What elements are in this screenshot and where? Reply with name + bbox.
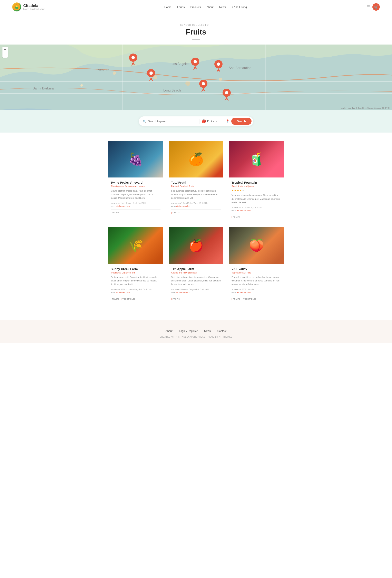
zoom-in-button[interactable]: +: [2, 47, 8, 52]
listing-address-4: Address 1656 Hidden Valley Rd, CA 91381: [111, 289, 161, 291]
category-clear-button[interactable]: ×: [215, 120, 218, 123]
listing-stars-3: ★ ★ ★ ★ ★: [231, 189, 281, 192]
nav-farms[interactable]: Farms: [177, 5, 185, 8]
listing-web-3: Web ait-themes.club: [231, 210, 281, 212]
tag-fruits-2: FRUITS: [171, 212, 180, 214]
svg-text:Santa Barbara: Santa Barbara: [33, 87, 54, 90]
star-4: ★: [239, 189, 242, 192]
logo-text: Citadela Farms Directory Layout: [23, 4, 44, 10]
search-section: 🔍 🎒 Fruits × 📍 Search: [0, 110, 392, 133]
svg-text:Long Beach: Long Beach: [163, 89, 181, 92]
footer-link-contact[interactable]: Contact: [217, 330, 226, 333]
svg-point-1: [16, 5, 18, 7]
svg-point-25: [217, 62, 220, 66]
footer-credit: Created with Citadela WordPress Theme by…: [4, 336, 388, 338]
listing-tags-3: FRUITS: [231, 214, 281, 218]
listing-image-5: 🍎: [169, 227, 223, 264]
star-1: ★: [231, 189, 234, 192]
listing-tags-6: FRUITS VEGETABLES: [231, 296, 281, 300]
svg-point-27: [202, 82, 205, 85]
listing-body-6: V&F Valley Vegetables & Fruits Phasellus…: [229, 264, 284, 303]
tag-fruits-5: FRUITS: [171, 298, 180, 300]
footer-link-about[interactable]: About: [166, 330, 173, 333]
svg-text:San Bernardino: San Bernardino: [229, 66, 251, 70]
nav-about[interactable]: About: [207, 5, 214, 8]
footer-link-news[interactable]: News: [204, 330, 211, 333]
listing-image-2: 🍊: [169, 141, 223, 178]
nav-products[interactable]: Products: [190, 5, 201, 8]
tag-fruits-4: FRUITS: [111, 298, 119, 300]
menu-icon[interactable]: ☰: [367, 5, 370, 9]
site-footer: About Login / Register News Contact Crea…: [0, 320, 392, 343]
main-nav: Home Farms Products About News + Add Lis…: [164, 5, 247, 8]
listing-title-5: Tim Apple Farm: [171, 267, 221, 271]
listing-tags-1: FRUITS: [111, 209, 161, 214]
listing-card-2: 🍊 Tutti Frutti Fresh & Candied Fruits Se…: [169, 141, 223, 221]
listing-address-5: Address Manuel Canyon Rd, CA 93001: [171, 289, 221, 291]
listing-body-3: Tropical Fountain Exotic fruits and juic…: [229, 178, 284, 221]
listing-subtitle-3: Exotic fruits and juices: [231, 185, 281, 188]
listing-body-1: Twine Peaks Vineyard Finest grapes for w…: [108, 178, 163, 217]
listing-subtitle-2: Fresh & Candied Fruits: [171, 185, 221, 188]
map-background: Santa Barbara Ventura Los Angeles San Be…: [0, 45, 392, 110]
listing-desc-5: Sed placerat condimentum molestie. Vivam…: [171, 276, 221, 286]
listing-address-6: Address 8305 Utica Dr: [231, 289, 281, 291]
search-button[interactable]: Search: [231, 118, 252, 125]
nav-add-listing[interactable]: + Add Listing: [231, 5, 247, 8]
listing-card-3: 🧃 Tropical Fountain Exotic fruits and ju…: [229, 141, 284, 221]
listing-card-6: 🍑 V&F Valley Vegetables & Fruits Phasell…: [229, 227, 284, 303]
listing-web-6: Web ait-themes.club: [231, 291, 281, 294]
listing-card-1: 🍇 Twine Peaks Vineyard Finest grapes for…: [108, 141, 163, 221]
svg-point-23: [194, 60, 197, 63]
search-input-wrap: 🔍: [140, 120, 199, 123]
svg-point-21: [149, 71, 153, 75]
listing-title-2: Tutti Frutti: [171, 181, 221, 184]
listing-address-1: Address 3777 Conan Blvd, CA 91001: [111, 202, 161, 204]
search-input[interactable]: [148, 120, 197, 123]
svg-text:Los Angeles: Los Angeles: [172, 62, 189, 66]
hero-section: Search results for: Fruits: [0, 14, 392, 45]
listing-subtitle-6: Vegetables & Fruits: [231, 271, 281, 274]
footer-nav: About Login / Register News Contact: [4, 330, 388, 333]
listing-image-3: 🧃: [229, 141, 284, 178]
listing-body-2: Tutti Frutti Fresh & Candied Fruits Sed …: [169, 178, 223, 217]
svg-point-29: [225, 91, 228, 94]
nav-home[interactable]: Home: [164, 5, 172, 8]
footer-link-login[interactable]: Login / Register: [179, 330, 198, 333]
svg-point-6: [185, 81, 190, 86]
cart-button[interactable]: 🛒: [372, 3, 380, 11]
category-value: Fruits: [207, 120, 214, 123]
listing-body-5: Tim Apple Farm Apples and juicy products…: [169, 264, 223, 303]
listing-body-4: Sunny Creek Farm Traditional Organic Far…: [108, 264, 163, 303]
listing-image-1: 🍇: [108, 141, 163, 178]
svg-text:Ventura: Ventura: [98, 68, 109, 72]
listing-title-3: Tropical Fountain: [231, 181, 281, 184]
tag-fruits-3: FRUITS: [231, 216, 240, 218]
page-title: Fruits: [4, 28, 388, 36]
listing-title-4: Sunny Creek Farm: [111, 267, 161, 271]
svg-point-4: [113, 71, 116, 75]
map-credit: Leaflet | Map data © OpenStreetMap contr…: [341, 107, 390, 109]
listing-web-1: Web ait-themes.club: [111, 205, 161, 207]
tag-vegetables-4: VEGETABLES: [121, 298, 135, 300]
listing-desc-1: Mauris pretium mollis diam. Nam sit amet…: [111, 189, 161, 200]
listing-address-3: Address 1000 W I St, CA 90744: [231, 206, 281, 209]
listing-web-2: Web ait-themes.club: [171, 205, 221, 207]
listing-tags-2: FRUITS: [171, 209, 221, 214]
tag-vegetables-6: VEGETABLES: [242, 298, 257, 300]
listing-subtitle-5: Apples and juicy products: [171, 271, 221, 274]
listing-title-6: V&F Valley: [231, 267, 281, 271]
map-container[interactable]: Santa Barbara Ventura Los Angeles San Be…: [0, 45, 392, 110]
listing-tags-5: FRUITS: [171, 296, 221, 300]
listing-address-2: Address 1 San Mateo Way, CA 92625: [171, 202, 221, 204]
zoom-out-button[interactable]: −: [2, 52, 8, 58]
svg-point-3: [81, 84, 83, 87]
listing-web-4: Web ait-themes.club: [111, 291, 161, 294]
nav-news[interactable]: News: [219, 5, 226, 8]
star-5: ★: [242, 189, 244, 192]
listing-image-6: 🍑: [229, 227, 284, 264]
listing-tags-4: FRUITS VEGETABLES: [111, 296, 161, 300]
logo-icon: [12, 2, 21, 11]
search-icon: 🔍: [143, 120, 146, 123]
listing-subtitle-4: Traditional Organic Farm: [111, 271, 161, 274]
